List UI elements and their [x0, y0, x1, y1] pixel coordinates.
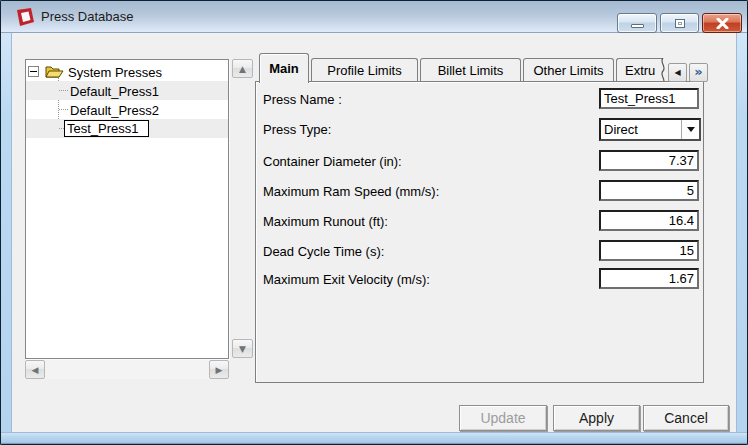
tree-item-rename-input[interactable]: [64, 120, 149, 137]
tree-scroll-up-button[interactable]: ▲: [232, 59, 253, 78]
tree-scroll-left-button[interactable]: ◀: [25, 360, 45, 379]
max-exit-velocity-input[interactable]: [599, 268, 699, 289]
maximize-icon: [675, 19, 685, 28]
right-arrow-icon: ▶: [216, 365, 223, 375]
dropdown-arrow-icon: [687, 127, 695, 132]
press-type-label: Press Type:: [263, 122, 331, 137]
down-arrow-icon: ▼: [239, 344, 246, 354]
press-type-dropdown-button[interactable]: [681, 120, 699, 139]
tab-label: Other Limits: [533, 63, 603, 78]
tree-item-label: Default_Press1: [70, 84, 159, 99]
window-frame-right: [736, 33, 747, 434]
container-diameter-input[interactable]: [599, 150, 699, 171]
tab-profile-limits[interactable]: Profile Limits: [311, 58, 418, 82]
minimize-icon: [631, 24, 644, 28]
max-ram-speed-label: Maximum Ram Speed (mm/s):: [263, 184, 439, 199]
up-arrow-icon: ▲: [239, 64, 246, 74]
tab-extrusion-truncated[interactable]: Extru: [616, 58, 663, 82]
left-arrow-icon: ◀: [32, 365, 39, 375]
tree-item-default-press1[interactable]: Default_Press1: [26, 81, 228, 100]
maximize-button[interactable]: [660, 13, 699, 33]
container-diameter-label: Container Diameter (in):: [263, 154, 402, 169]
tab-label: Billet Limits: [438, 63, 504, 78]
cancel-button[interactable]: Cancel: [643, 405, 729, 431]
tree-branch-stub: [59, 109, 68, 110]
dead-cycle-time-input[interactable]: [599, 240, 699, 261]
tab-main[interactable]: Main: [259, 53, 309, 83]
tab-scroll-left-button[interactable]: ◀: [668, 63, 687, 82]
tree-item-test-press1[interactable]: [26, 119, 228, 138]
max-runout-label: Maximum Runout (ft):: [263, 214, 388, 229]
tab-label: Profile Limits: [327, 63, 401, 78]
minimize-button[interactable]: [617, 13, 657, 33]
tab-label: Extru: [625, 63, 655, 78]
window-frame-left: [1, 33, 12, 434]
tree-root-label: System Presses: [68, 65, 162, 80]
tab-label: Main: [269, 61, 299, 76]
max-ram-speed-input[interactable]: [599, 180, 699, 201]
open-folder-icon: [45, 64, 64, 79]
tree-horizontal-scrollbar[interactable]: [25, 360, 229, 379]
tree-scroll-down-button[interactable]: ▼: [232, 339, 253, 358]
press-type-selected-value: Direct: [601, 122, 681, 137]
tab-billet-limits[interactable]: Billet Limits: [420, 58, 521, 82]
close-button[interactable]: [702, 13, 742, 33]
tree-scroll-right-button[interactable]: ▶: [209, 360, 229, 379]
apply-button-label: Apply: [579, 410, 614, 426]
titlebar[interactable]: Press Database: [1, 1, 747, 33]
tab-scroll-right-icon: »: [694, 65, 702, 78]
max-exit-velocity-label: Maximum Exit Velocity (m/s):: [263, 272, 430, 287]
tree-root-system-presses[interactable]: System Presses: [26, 62, 228, 81]
window-frame-bottom: [1, 432, 747, 444]
max-runout-input[interactable]: [599, 210, 699, 231]
dead-cycle-time-label: Dead Cycle Time (s):: [263, 244, 384, 259]
close-icon: [716, 18, 729, 29]
tree-item-label: Default_Press2: [70, 103, 159, 118]
apply-button[interactable]: Apply: [553, 405, 640, 431]
press-name-label: Press Name :: [263, 92, 342, 107]
press-database-window: Press Database System Presses: [0, 0, 748, 445]
cancel-button-label: Cancel: [664, 410, 708, 426]
tree-item-default-press2[interactable]: Default_Press2: [26, 100, 228, 119]
tree-branch-stub: [59, 90, 68, 91]
tab-scroll-right-button[interactable]: »: [689, 63, 708, 82]
update-button-label: Update: [480, 410, 525, 426]
tab-scroll-left-icon: ◀: [674, 68, 680, 77]
qform-logo-icon: [14, 6, 36, 28]
press-type-dropdown[interactable]: Direct: [599, 118, 701, 141]
window-title: Press Database: [41, 9, 134, 24]
tab-other-limits[interactable]: Other Limits: [523, 58, 614, 82]
press-name-input[interactable]: [599, 88, 699, 109]
press-tree[interactable]: System Presses Default_Press1 Default_Pr…: [25, 59, 229, 359]
expand-minus-icon[interactable]: [28, 66, 39, 77]
update-button[interactable]: Update: [459, 405, 547, 431]
